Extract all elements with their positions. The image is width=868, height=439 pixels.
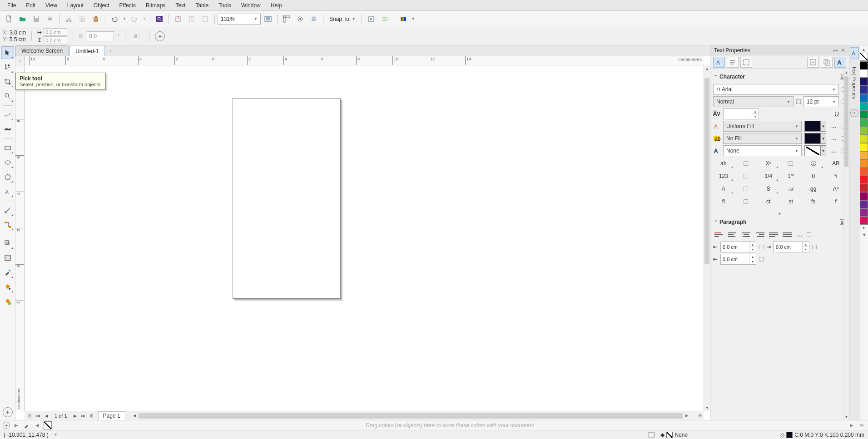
palette-swatch-19[interactable] bbox=[860, 217, 868, 225]
bg-fill-type-combo[interactable]: No Fill▼ bbox=[723, 133, 802, 144]
snap-to-dropdown[interactable]: Snap To▼ bbox=[326, 14, 359, 25]
docker-close-icon[interactable]: ✕ bbox=[841, 47, 845, 54]
menu-layout[interactable]: Layout bbox=[63, 1, 88, 10]
copy-style-button[interactable] bbox=[821, 57, 833, 68]
palette-flyout[interactable]: ◀ bbox=[860, 231, 868, 237]
page[interactable] bbox=[233, 98, 341, 299]
vertical-ruler[interactable]: 10 8 6 4 2 0 2 bbox=[15, 65, 25, 411]
apply-style-button[interactable]: A bbox=[834, 57, 846, 68]
character-tab-button[interactable]: A bbox=[713, 57, 725, 68]
page-tab-1[interactable]: Page 1 bbox=[98, 411, 125, 420]
palette-swatch-7[interactable] bbox=[860, 118, 868, 127]
palette-swatch-14[interactable] bbox=[860, 176, 868, 184]
l2[interactable] bbox=[789, 161, 793, 166]
scroll-up-button[interactable]: ▲ bbox=[704, 65, 710, 72]
rotation-input[interactable] bbox=[87, 31, 114, 41]
paragraph-tab-button[interactable] bbox=[727, 57, 739, 68]
mirror-button[interactable] bbox=[131, 30, 144, 43]
palette-swatch-11[interactable] bbox=[860, 151, 868, 159]
eyedropper-tool[interactable] bbox=[1, 266, 14, 279]
menu-window[interactable]: Window bbox=[237, 1, 265, 10]
docker-scrollbar[interactable]: ▲ ▼ bbox=[843, 69, 849, 420]
palette-swatch-4[interactable] bbox=[860, 94, 868, 102]
menu-effects[interactable]: Effects bbox=[115, 1, 140, 10]
ordinals-button[interactable]: 1ˢᵗ bbox=[781, 171, 802, 182]
info-button[interactable]: ⓘ bbox=[803, 158, 824, 169]
subscript-button[interactable]: ab bbox=[713, 158, 734, 169]
ruler-origin[interactable]: ⤡ bbox=[15, 56, 25, 65]
tab-welcome-screen[interactable]: Welcome Screen bbox=[15, 45, 69, 56]
edge-tab-text-properties[interactable]: A bbox=[850, 47, 859, 59]
horizontal-ruler[interactable]: 10 8 6 4 2 0 2 4 6 8 10 12 14 bbox=[25, 56, 704, 65]
scroll-right-button[interactable]: ▶ bbox=[684, 413, 690, 419]
new-button[interactable] bbox=[3, 13, 15, 25]
palette-swatch-1[interactable] bbox=[860, 69, 868, 78]
stylistic-a-button[interactable]: A bbox=[713, 183, 734, 194]
palette-swatch-16[interactable] bbox=[860, 192, 868, 200]
menu-object[interactable]: Object bbox=[89, 1, 114, 10]
ligature-fs-button[interactable]: fs bbox=[803, 196, 824, 207]
prev-page-button[interactable]: ◀ bbox=[43, 412, 50, 419]
align-justify-button[interactable] bbox=[768, 230, 779, 240]
interactive-fill-tool[interactable] bbox=[1, 281, 14, 293]
palette-swatch-10[interactable] bbox=[860, 143, 868, 151]
menu-file[interactable]: File bbox=[3, 1, 20, 10]
menu-tools[interactable]: Tools bbox=[214, 1, 236, 10]
li-lock[interactable] bbox=[759, 245, 764, 249]
show-grid-button[interactable] bbox=[294, 13, 307, 25]
font-size-combo[interactable]: 12 pt▼ bbox=[804, 96, 839, 107]
copy-button[interactable] bbox=[76, 13, 89, 25]
palette-left[interactable]: ▶ bbox=[13, 422, 20, 429]
fill-color-picker[interactable]: ▼ bbox=[804, 121, 826, 132]
color-theme-dropdown[interactable]: ▼ bbox=[411, 13, 416, 25]
right-indent-input[interactable]: ▲▼ bbox=[774, 242, 809, 252]
drop-shadow-tool[interactable] bbox=[1, 237, 14, 250]
palette-swatch-2[interactable] bbox=[860, 78, 868, 86]
palette-swatch-18[interactable] bbox=[860, 208, 868, 217]
new-style-button[interactable] bbox=[807, 57, 819, 68]
open-button[interactable] bbox=[16, 13, 29, 25]
app-launcher-button[interactable] bbox=[378, 13, 391, 25]
next-page-button[interactable]: ▶ bbox=[72, 412, 79, 419]
navigator-button[interactable]: ⊕ bbox=[696, 412, 704, 419]
cursor-dropdown-icon[interactable]: ▼ bbox=[54, 433, 58, 437]
align-more-button[interactable]: … bbox=[795, 230, 805, 240]
palette-scroll-down[interactable]: ▼ bbox=[860, 225, 868, 231]
save-button[interactable] bbox=[30, 13, 43, 25]
document-eyedropper[interactable] bbox=[23, 421, 31, 429]
ellipse-tool[interactable] bbox=[1, 156, 14, 169]
superscript-button[interactable]: X² bbox=[758, 158, 779, 169]
export-button[interactable] bbox=[185, 13, 198, 25]
align-full-justify-button[interactable] bbox=[781, 230, 793, 240]
stylistic-set-button[interactable]: gg bbox=[803, 183, 824, 194]
hscroll-thumb[interactable] bbox=[139, 413, 683, 419]
vertical-scrollbar[interactable]: ▲ ▼ bbox=[704, 65, 710, 411]
add-page-after-button[interactable]: ⊞ bbox=[88, 412, 95, 419]
menu-help[interactable]: Help bbox=[266, 1, 287, 10]
swash-button[interactable]: 𝒜 bbox=[781, 183, 802, 194]
menu-edit[interactable]: Edit bbox=[21, 1, 40, 10]
left-indent-input[interactable]: ▲▼ bbox=[720, 242, 756, 252]
rectangle-tool[interactable] bbox=[1, 142, 14, 154]
edge-tab-label[interactable]: Text Properties bbox=[850, 60, 859, 105]
align-right-button[interactable] bbox=[754, 230, 766, 240]
fli-lock[interactable] bbox=[759, 257, 764, 261]
drawing-canvas[interactable] bbox=[25, 65, 704, 411]
vscroll-thumb[interactable] bbox=[704, 78, 709, 264]
align-none-button[interactable] bbox=[713, 230, 725, 240]
shape-tool[interactable] bbox=[1, 61, 14, 74]
align-left-button[interactable] bbox=[727, 230, 739, 240]
font-style-combo[interactable]: Normal▼ bbox=[713, 96, 794, 107]
outline-more-button[interactable]: … bbox=[829, 146, 839, 156]
bg-more-button[interactable]: … bbox=[829, 133, 839, 143]
frame-tab-button[interactable] bbox=[740, 57, 752, 68]
fractions-button[interactable]: 1/4 bbox=[758, 171, 779, 182]
palette-swatch-3[interactable] bbox=[860, 86, 868, 94]
zoom-level-combo[interactable]: 131%▼ bbox=[218, 14, 261, 25]
menu-bitmaps[interactable]: Bitmaps bbox=[141, 1, 170, 10]
palette-swatch-13[interactable] bbox=[860, 168, 868, 176]
outline-color-picker[interactable]: ▼ bbox=[804, 145, 826, 156]
style-lock[interactable] bbox=[796, 99, 801, 104]
color-theme-button[interactable] bbox=[397, 13, 410, 25]
palette-right[interactable]: ▶ bbox=[848, 422, 855, 429]
